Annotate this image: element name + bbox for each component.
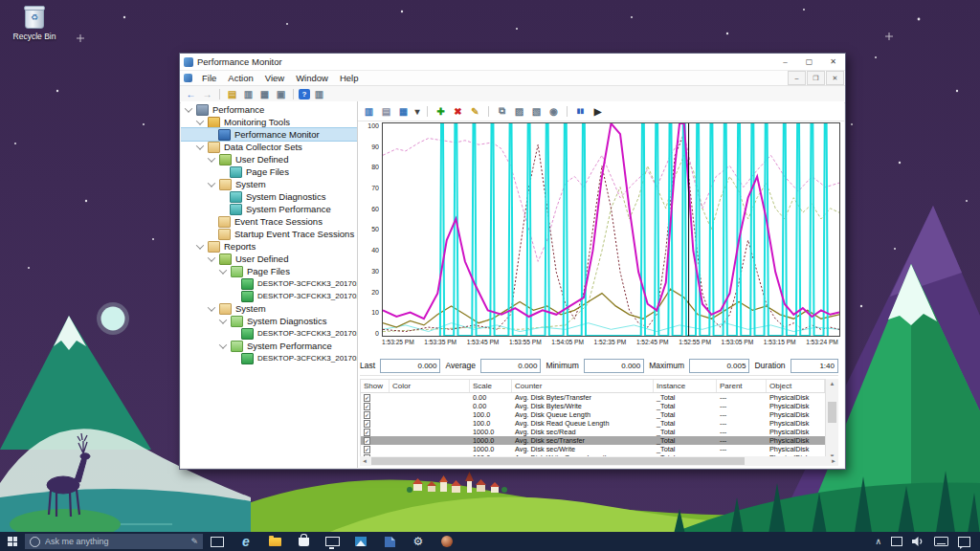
tree-item-startup-event-trace-sessions[interactable]: Startup Event Trace Sessions [181,228,357,240]
tree-item-event-trace-sessions[interactable]: Event Trace Sessions [181,215,357,228]
column-header-parent[interactable]: Parent [717,380,767,392]
recycle-bin-icon[interactable]: ♻ Recycle Bin [8,8,61,41]
checkbox-checked-icon[interactable]: ✓ [364,446,370,453]
view-log-data-icon[interactable]: ▤ [379,104,393,118]
taskbar-app-globe-app[interactable] [433,532,461,551]
column-header-show[interactable]: Show [361,380,390,392]
chevron-expanded-icon[interactable] [196,142,204,149]
tree-item-system-diagnostics[interactable]: System Diagnostics [181,315,357,327]
properties-icon[interactable]: ▧ [529,104,544,118]
menu-view[interactable]: View [259,73,290,83]
scroll-thumb[interactable] [828,402,836,423]
zoom-icon[interactable]: ◉ [546,104,561,118]
console-tree-icon[interactable]: ▤ [225,88,239,100]
search-box[interactable]: Ask me anything ✎ [25,534,203,549]
counter-row[interactable]: ✓100.0Avg. Disk Queue Length_Total---Phy… [361,410,837,419]
delete-counter-icon[interactable]: ✖ [451,104,465,118]
tray-keyboard[interactable] [934,537,948,546]
tree-item-user-defined[interactable]: User Defined [181,153,357,165]
chart-plot-area[interactable] [382,122,840,337]
tree-item-system-performance[interactable]: System Performance [181,203,357,215]
view-current-activity-icon[interactable]: ▥ [362,104,376,118]
taskbar-app-store[interactable] [289,532,318,551]
counter-row[interactable]: ✓1000.0Avg. Disk sec/Write_Total---Physi… [361,445,837,453]
tray-chevron-up[interactable]: ∧ [875,537,881,546]
tree-item-system[interactable]: System [181,178,357,190]
chart-type-icon[interactable]: ▦ [396,104,411,118]
chevron-expanded-icon[interactable] [208,154,215,162]
chevron-expanded-icon[interactable] [208,303,215,311]
close-button[interactable]: ✕ [821,54,845,70]
tree-item-monitoring-tools[interactable]: Monitoring Tools [181,116,357,128]
tree-item-desktop-3cfckk3-20170214-000001[interactable]: DESKTOP-3CFCKK3_20170214-000001 [181,327,357,340]
checkbox-checked-icon[interactable]: ✓ [364,437,370,445]
tray-action-center[interactable] [958,537,970,547]
tree-item-desktop-3cfckk3-20170214-000002[interactable]: DESKTOP-3CFCKK3_20170214-000002 [181,352,357,364]
tree-item-page-files[interactable]: Page Files [181,165,357,178]
tree-item-system[interactable]: System [181,302,357,315]
tree-item-user-defined[interactable]: User Defined [181,253,357,265]
chevron-expanded-icon[interactable] [196,241,204,249]
start-button[interactable] [0,532,25,551]
back-icon[interactable]: ← [184,88,198,100]
taskbar-app-pc[interactable] [318,532,346,551]
scroll-right-arrow[interactable]: ► [829,458,838,464]
chevron-expanded-icon[interactable] [208,179,215,187]
taskbar-app-task-view[interactable] [203,532,232,551]
highlight-icon[interactable]: ✎ [468,104,482,118]
chevron-expanded-icon[interactable] [219,266,227,274]
taskbar-app-edge[interactable]: e [232,532,260,551]
window-list-icon[interactable]: ▥ [241,88,256,100]
table-horizontal-scrollbar[interactable]: ◄ ► [360,456,838,466]
tree-item-desktop-3cfckk3-20170214-000001[interactable]: DESKTOP-3CFCKK3_20170214-000001 [181,277,357,290]
help-icon[interactable]: ? [299,89,310,99]
minimize-button[interactable]: – [773,54,797,70]
checkbox-checked-icon[interactable]: ✓ [364,411,370,419]
tree-item-reports[interactable]: Reports [181,240,357,253]
export-icon[interactable]: ▦ [257,88,272,100]
checkbox-checked-icon[interactable]: ✓ [364,394,370,402]
taskbar-app-documents-app[interactable] [375,532,404,551]
table-vertical-scrollbar[interactable]: ▲ ▼ [825,379,838,461]
menu-file[interactable]: File [196,73,222,83]
taskbar-app-photos[interactable] [346,532,375,551]
menu-help[interactable]: Help [334,73,365,83]
chevron-expanded-icon[interactable] [196,117,204,124]
taskbar-app-settings[interactable]: ⚙ [404,532,433,551]
chevron-expanded-icon[interactable] [185,104,192,112]
tree-item-data-collector-sets[interactable]: Data Collector Sets [181,141,357,153]
tree-item-system-diagnostics[interactable]: System Diagnostics [181,190,357,203]
counter-row[interactable]: ✓0.00Avg. Disk Bytes/Transfer_Total---Ph… [361,393,837,402]
freeze-display-icon[interactable]: ▮▮ [573,104,588,118]
mdi-restore-button[interactable]: ❐ [807,71,825,85]
tree-item-system-performance[interactable]: System Performance [181,340,357,352]
column-header-color[interactable]: Color [390,380,470,392]
forward-icon[interactable]: → [200,88,214,100]
tray-volume[interactable] [912,537,924,546]
tree-item-page-files[interactable]: Page Files [181,265,357,277]
checkbox-checked-icon[interactable]: ✓ [364,403,370,410]
tree-item-performance[interactable]: Performance [181,103,357,116]
mdi-close-button[interactable]: ✕ [826,71,844,85]
dropdown-icon[interactable]: ▾ [413,104,421,118]
title-bar[interactable]: Performance Monitor –▢✕ [180,54,845,71]
column-header-object[interactable]: Object [767,380,825,392]
maximize-button[interactable]: ▢ [797,54,821,70]
chevron-expanded-icon[interactable] [219,316,227,323]
chevron-expanded-icon[interactable] [208,253,215,261]
tray-network[interactable] [891,537,902,546]
counter-row[interactable]: ✓0.00Avg. Disk Bytes/Write_Total---Physi… [361,402,837,410]
add-counter-icon[interactable]: ✚ [434,104,448,118]
chevron-expanded-icon[interactable] [219,341,227,348]
checkbox-checked-icon[interactable]: ✓ [364,429,370,436]
counter-row[interactable]: ✓1000.0Avg. Disk sec/Read_Total---Physic… [361,428,837,436]
menu-action[interactable]: Action [222,73,258,83]
tree-item-desktop-3cfckk3-20170214-000006[interactable]: DESKTOP-3CFCKK3_20170214-000006 [181,290,357,302]
counter-row[interactable]: ✓1000.0Avg. Disk sec/Transfer_Total---Ph… [361,436,837,445]
column-header-counter[interactable]: Counter [512,380,654,392]
counter-row[interactable]: ✓100.0Avg. Disk Read Queue Length_Total-… [361,419,837,428]
scroll-up-arrow[interactable]: ▲ [826,379,838,388]
taskbar-app-file-explorer[interactable] [260,532,289,551]
scroll-left-arrow[interactable]: ◄ [360,458,369,464]
copy-properties-icon[interactable]: ⧉ [495,104,509,118]
